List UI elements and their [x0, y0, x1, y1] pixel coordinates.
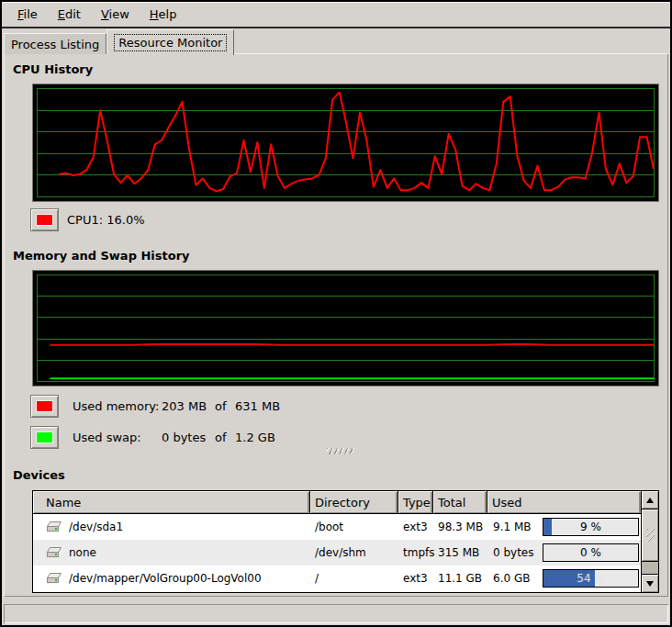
swap-of-text: of: [215, 431, 235, 444]
device-name: /dev/mapper/VolGroup00-LogVol00: [69, 572, 262, 585]
cpu-legend: CPU1: 16.0%: [30, 207, 145, 232]
tab-label: Process Listing: [11, 38, 99, 51]
hard-drive-icon: [46, 546, 62, 559]
devices-header-row: Name Directory Type Total Used: [33, 491, 641, 514]
usage-progress-bar: 54 %: [543, 569, 639, 588]
column-header-type[interactable]: Type: [398, 491, 433, 514]
table-row[interactable]: none /dev/shm tmpfs 315 MB 0 bytes 0 %: [33, 540, 641, 565]
memory-total-value: 631 MB: [235, 399, 280, 413]
memory-color-swatch: [36, 400, 53, 412]
device-type: ext3: [398, 572, 433, 585]
device-used-cell: 6.0 GB 54 %: [487, 569, 641, 588]
tab-label: Resource Monitor: [114, 34, 227, 51]
swap-total-value: 1.2 GB: [235, 431, 275, 444]
devices-list: Name Directory Type Total Used /dev/sda1…: [32, 490, 642, 593]
menu-edit[interactable]: Edit: [48, 4, 91, 25]
device-used-cell: 0 bytes 0 %: [487, 543, 641, 562]
device-used: 0 bytes: [493, 546, 534, 559]
device-name-cell: /dev/mapper/VolGroup00-LogVol00: [33, 572, 310, 585]
memory-history-title: Memory and Swap History: [13, 249, 190, 263]
column-header-name[interactable]: Name: [33, 491, 310, 514]
usage-progress-bar: 9 %: [543, 518, 639, 536]
system-monitor-window: File Edit View Help Process Listing Reso…: [0, 0, 672, 627]
cpu-history-chart: [33, 84, 658, 201]
arrow-down-icon: [646, 581, 654, 587]
swap-legend: Used swap: 0 bytes of 1.2 GB: [30, 425, 275, 450]
device-total: 315 MB: [433, 546, 487, 559]
cpu-history-title: CPU History: [13, 62, 93, 76]
device-name: none: [69, 546, 96, 559]
device-name-cell: none: [33, 546, 310, 559]
cpu-history-graph: [32, 84, 659, 202]
progress-percent-label: 0 %: [543, 544, 638, 561]
memory-legend: Used memory: 203 MB of 631 MB: [30, 394, 280, 419]
swap-color-button[interactable]: [30, 426, 59, 449]
memory-swap-chart: [33, 271, 658, 386]
device-total: 11.1 GB: [433, 572, 487, 585]
tab-resource-monitor[interactable]: Resource Monitor: [106, 29, 234, 55]
swap-used-value: 0 bytes: [162, 431, 215, 444]
memory-swap-graph: [32, 270, 659, 386]
menu-view[interactable]: View: [91, 4, 140, 25]
table-row[interactable]: /dev/mapper/VolGroup00-LogVol00 / ext3 1…: [33, 565, 641, 591]
status-bar: [4, 604, 668, 623]
device-total: 98.3 MB: [433, 521, 487, 533]
scrollbar-trough[interactable]: [642, 562, 658, 574]
memory-of-text: of: [215, 399, 235, 413]
device-used: 9.1 MB: [493, 521, 531, 533]
table-row[interactable]: /dev/sda1 /boot ext3 98.3 MB 9.1 MB 9 %: [33, 514, 641, 540]
device-name: /dev/sda1: [69, 521, 123, 533]
cpu-color-swatch: [36, 214, 53, 226]
scroll-up-button[interactable]: [642, 491, 658, 509]
resource-monitor-page: CPU History CPU1: 16.0% Memory and Swap …: [4, 53, 668, 597]
tab-bar: Process Listing Resource Monitor: [4, 28, 668, 54]
menu-bar: File Edit View Help: [2, 2, 670, 28]
devices-scrollbar[interactable]: [642, 490, 659, 593]
swap-color-swatch: [36, 431, 53, 443]
device-type: tmpfs: [398, 546, 433, 559]
menu-help[interactable]: Help: [140, 4, 187, 25]
menu-file[interactable]: File: [7, 4, 48, 25]
arrow-up-icon: [646, 498, 654, 503]
devices-rows: /dev/sda1 /boot ext3 98.3 MB 9.1 MB 9 % …: [33, 514, 641, 591]
pane-resize-grip[interactable]: [327, 448, 354, 454]
memory-legend-label: Used memory:: [73, 399, 162, 413]
device-name-cell: /dev/sda1: [33, 521, 310, 533]
thumb-grip-icon: [646, 529, 655, 542]
devices-title: Devices: [13, 468, 65, 482]
progress-percent-label: 9 %: [543, 519, 638, 535]
cpu-color-button[interactable]: [30, 208, 59, 231]
scrollbar-thumb[interactable]: [642, 509, 658, 562]
memory-color-button[interactable]: [30, 395, 59, 418]
tab-process-listing[interactable]: Process Listing: [4, 33, 106, 54]
device-type: ext3: [398, 521, 433, 533]
column-header-directory[interactable]: Directory: [310, 491, 398, 514]
device-directory: /dev/shm: [310, 546, 398, 559]
device-directory: /boot: [310, 521, 398, 533]
device-directory: /: [310, 572, 398, 585]
usage-progress-bar: 0 %: [543, 543, 639, 562]
device-used: 6.0 GB: [493, 572, 530, 585]
column-header-used[interactable]: Used: [487, 491, 641, 514]
device-used-cell: 9.1 MB 9 %: [487, 518, 641, 536]
memory-used-value: 203 MB: [162, 399, 215, 413]
devices-table: Name Directory Type Total Used /dev/sda1…: [32, 490, 659, 593]
cpu-legend-label: CPU1: 16.0%: [67, 213, 145, 227]
column-header-total[interactable]: Total: [433, 491, 487, 514]
progress-percent-label: 54 %: [543, 570, 638, 587]
scroll-down-button[interactable]: [642, 574, 658, 592]
hard-drive-icon: [46, 572, 62, 585]
swap-legend-label: Used swap:: [73, 431, 162, 444]
hard-drive-icon: [46, 521, 62, 533]
